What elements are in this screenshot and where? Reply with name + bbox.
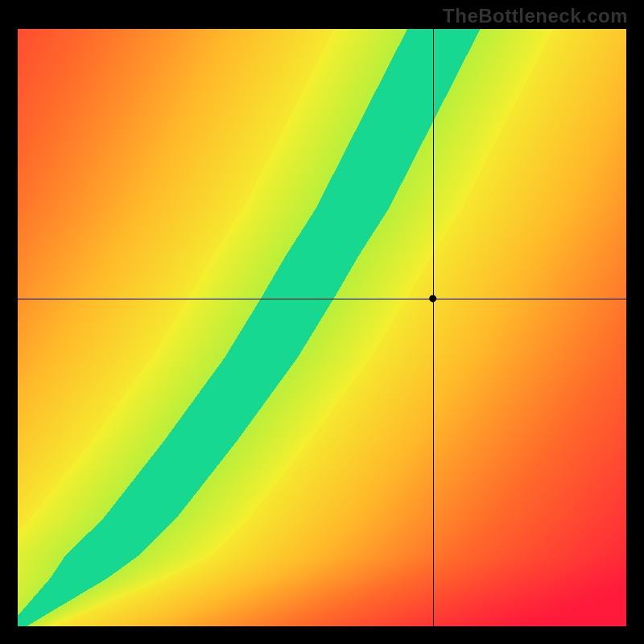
bottleneck-heatmap [18, 29, 626, 626]
watermark-label: TheBottleneck.com [443, 5, 628, 27]
chart-frame: TheBottleneck.com [0, 0, 644, 644]
